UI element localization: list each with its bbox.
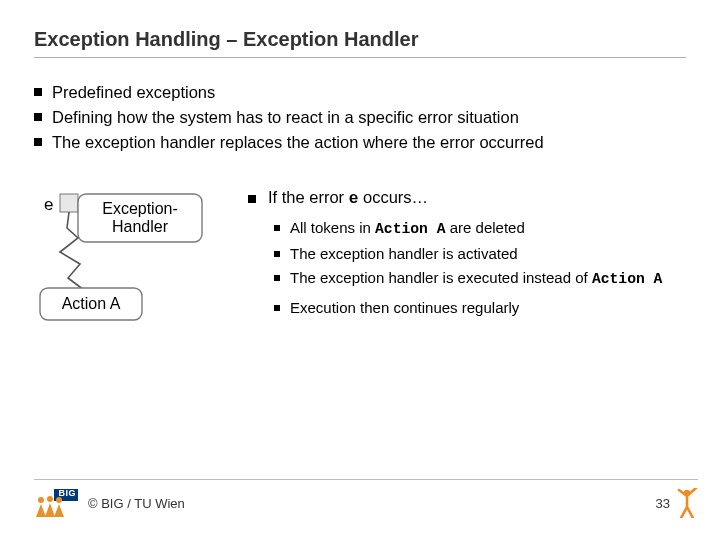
page-number: 33 xyxy=(656,496,670,511)
code-fragment: Action A xyxy=(592,271,663,287)
slide: Exception Handling – Exception Handler P… xyxy=(0,0,720,540)
top-bullet-list: Predefined exceptions Defining how the s… xyxy=(34,80,686,154)
text-fragment: occurs… xyxy=(358,188,428,206)
list-item: Defining how the system has to react in … xyxy=(34,105,686,130)
list-item: Predefined exceptions xyxy=(34,80,686,105)
text-fragment: All tokens in xyxy=(290,219,375,236)
sub-text: All tokens in Action A are deleted xyxy=(290,218,525,240)
bullet-square-icon xyxy=(34,113,42,121)
right-column: If the error e occurs… All tokens in Act… xyxy=(248,184,686,322)
bullet-square-icon xyxy=(274,305,280,311)
sub-text: The exception handler is activated xyxy=(290,244,518,264)
big-logo: BIG xyxy=(34,489,78,517)
sub-text: The exception handler is executed instea… xyxy=(290,268,662,290)
list-item: The exception handler is activated xyxy=(274,244,686,264)
code-fragment: Action A xyxy=(375,221,446,237)
event-label: e xyxy=(44,195,53,214)
handler-label-1: Exception- xyxy=(102,200,178,217)
bullet-text: Predefined exceptions xyxy=(52,80,215,105)
text-fragment: are deleted xyxy=(446,219,525,236)
content-row: e Exception- Handler Action A If the err… xyxy=(34,184,686,332)
list-item: The exception handler is executed instea… xyxy=(274,268,686,290)
sub-text: Execution then continues regularly xyxy=(290,298,519,318)
code-fragment: e xyxy=(349,190,359,208)
bullet-square-icon xyxy=(34,138,42,146)
footer: BIG © BIG / TU Wien 33 xyxy=(34,479,698,518)
text-fragment: Execution then continues regularly xyxy=(290,299,519,316)
right-main-text: If the error e occurs… xyxy=(268,188,428,208)
svg-point-0 xyxy=(38,497,44,503)
list-item: The exception handler replaces the actio… xyxy=(34,130,686,155)
person-reaching-icon xyxy=(676,488,698,518)
footer-org: © BIG / TU Wien xyxy=(88,496,185,511)
action-label: Action A xyxy=(62,295,121,312)
footer-right: 33 xyxy=(656,488,698,518)
bullet-square-icon xyxy=(274,225,280,231)
svg-point-1 xyxy=(47,496,53,502)
bullet-text: Defining how the system has to react in … xyxy=(52,105,519,130)
diagram-svg: e Exception- Handler Action A xyxy=(34,188,220,328)
slide-title: Exception Handling – Exception Handler xyxy=(34,28,686,58)
exception-handler-diagram: e Exception- Handler Action A xyxy=(34,188,220,332)
bullet-square-icon xyxy=(248,195,256,203)
bullet-square-icon xyxy=(34,88,42,96)
bullet-square-icon xyxy=(274,251,280,257)
bullet-square-icon xyxy=(274,275,280,281)
bullet-text: The exception handler replaces the actio… xyxy=(52,130,544,155)
list-item: All tokens in Action A are deleted xyxy=(274,218,686,240)
text-fragment: The exception handler is activated xyxy=(290,245,518,262)
svg-point-2 xyxy=(56,497,62,503)
list-item: Execution then continues regularly xyxy=(274,298,686,318)
text-fragment: If the error xyxy=(268,188,349,206)
text-fragment: The exception handler is executed instea… xyxy=(290,269,592,286)
list-item: If the error e occurs… xyxy=(248,188,686,208)
event-port-icon xyxy=(60,194,78,212)
people-icon xyxy=(34,495,70,517)
footer-left: BIG © BIG / TU Wien xyxy=(34,489,185,517)
handler-label-2: Handler xyxy=(112,218,169,235)
